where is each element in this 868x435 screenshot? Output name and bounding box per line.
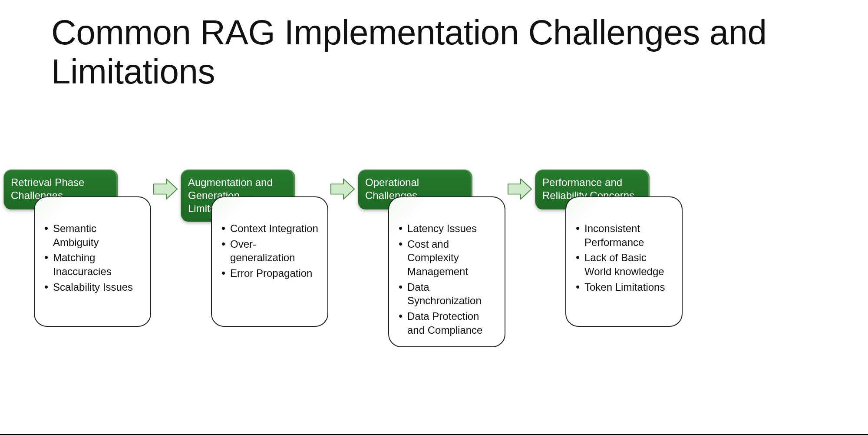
group-detail-card: Context Integration Over-generalization … (211, 196, 328, 327)
page-title: Common RAG Implementation Challenges and… (51, 13, 868, 91)
arrow-icon (150, 169, 181, 203)
challenge-group-retrieval: Retrieval Phase Challenges Semantic Ambi… (3, 169, 150, 327)
challenge-group-operational: Operational Challenges Latency Issues Co… (358, 169, 505, 347)
flow-row: Retrieval Phase Challenges Semantic Ambi… (3, 169, 865, 347)
list-item: Lack of Basic World knowledge (576, 251, 674, 278)
list-item: Scalability Issues (44, 280, 142, 294)
group-item-list: Inconsistent Performance Lack of Basic W… (576, 222, 674, 294)
list-item: Context Integration (221, 222, 320, 236)
arrow-icon (327, 169, 358, 203)
group-item-list: Latency Issues Cost and Complexity Manag… (399, 222, 497, 337)
list-item: Semantic Ambiguity (44, 222, 142, 249)
list-item: Over-generalization (221, 237, 320, 265)
arrow-icon (505, 169, 535, 203)
list-item: Inconsistent Performance (576, 222, 674, 249)
group-item-list: Semantic Ambiguity Matching Inaccuracies… (44, 222, 142, 294)
list-item: Data Protection and Compliance (399, 309, 497, 337)
group-detail-card: Inconsistent Performance Lack of Basic W… (565, 196, 683, 327)
group-detail-card: Latency Issues Cost and Complexity Manag… (388, 196, 505, 347)
list-item: Error Propagation (221, 266, 320, 280)
list-item: Latency Issues (399, 222, 497, 236)
group-item-list: Context Integration Over-generalization … (221, 222, 320, 280)
list-item: Cost and Complexity Management (399, 237, 497, 279)
list-item: Matching Inaccuracies (44, 251, 142, 278)
list-item: Token Limitations (576, 280, 674, 294)
group-detail-card: Semantic Ambiguity Matching Inaccuracies… (34, 196, 151, 327)
list-item: Data Synchronization (399, 280, 497, 308)
challenge-group-performance: Performance and Reliability Concerns Inc… (535, 169, 682, 327)
challenge-group-augmentation: Augmentation and Generation Limitation C… (181, 169, 327, 327)
